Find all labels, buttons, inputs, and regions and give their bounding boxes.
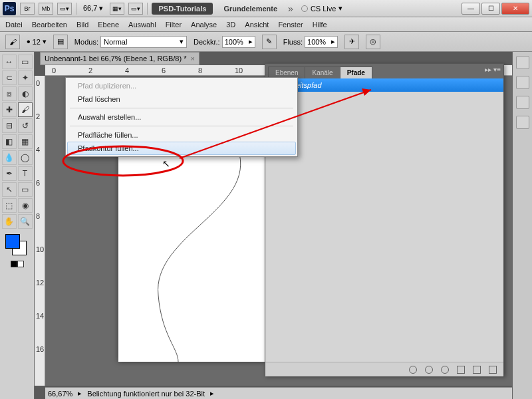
workspace-tab-grund[interactable]: Grundelemente	[217, 3, 284, 15]
selection-to-path-icon[interactable]	[457, 366, 465, 374]
fill-path-icon[interactable]	[409, 366, 417, 374]
default-colors-icon[interactable]	[11, 261, 24, 270]
swatches-panel-icon[interactable]	[516, 56, 529, 69]
mode-label: Modus:	[74, 38, 98, 46]
lasso-tool[interactable]: ⊂	[2, 70, 17, 85]
menu-hilfe[interactable]: Hilfe	[313, 21, 327, 29]
toolbox: ↔ ▭ ⊂ ✦ ⧈ ◐ ✚ 🖌 ⊟ ↺ ◧ ▦ 💧 ◯ ✒ T ↖ ▭ ⬚ ◉ …	[0, 52, 35, 399]
ctx-pfad-loeschen[interactable]: Pfad löschen	[67, 92, 296, 106]
3d-camera-tool[interactable]: ◉	[18, 198, 33, 213]
zoom-value[interactable]: 66,7 ▾	[80, 4, 106, 13]
shape-tool[interactable]: ▭	[18, 182, 33, 197]
cs-live[interactable]: CS Live ▾	[297, 4, 347, 13]
current-tool-icon[interactable]: 🖌	[5, 35, 20, 49]
brush-tool[interactable]: 🖌	[18, 102, 33, 117]
tablet-pressure-icon[interactable]: ◎	[366, 35, 380, 49]
dodge-tool[interactable]: ◯	[18, 150, 33, 165]
delete-path-icon[interactable]	[489, 366, 497, 374]
paths-panel: Ebenen Kanäle Pfade ▸▸ ▾≡ eitspfad	[265, 63, 504, 376]
type-tool[interactable]: T	[18, 166, 33, 181]
pen-tool[interactable]: ✒	[2, 166, 17, 181]
menu-auswahl[interactable]: Auswahl	[128, 21, 156, 29]
eraser-tool[interactable]: ◧	[2, 134, 17, 149]
path-to-selection-icon[interactable]	[441, 366, 449, 374]
flow-input[interactable]: 100%▸	[305, 36, 338, 48]
opacity-pressure-icon[interactable]: ✎	[262, 35, 277, 49]
stroke-path-icon[interactable]	[425, 366, 433, 374]
foreground-color[interactable]	[5, 234, 20, 249]
ctx-pfadkontur-fuellen[interactable]: Pfadkontur füllen...	[67, 142, 296, 155]
workspace-more-icon[interactable]: »	[288, 3, 293, 14]
bridge-icon[interactable]: Br	[20, 3, 35, 15]
paths-list[interactable]: eitspfad	[265, 78, 503, 362]
adjustments-panel-icon[interactable]	[516, 96, 529, 109]
hand-tool[interactable]: ✋	[2, 214, 17, 229]
options-bar: 🖌 •12 ▾ ▤ Modus: Normal▾ Deckkr.: 100%▸ …	[0, 32, 532, 52]
status-message: Belichtung funktioniert nur bei 32-Bit	[87, 390, 205, 398]
panel-menu-icon[interactable]: ▸▸ ▾≡	[485, 66, 501, 73]
ctx-auswahl-erstellen[interactable]: Auswahl erstellen...	[67, 110, 296, 124]
gradient-tool[interactable]: ▦	[18, 134, 33, 149]
paths-panel-footer	[265, 362, 503, 376]
menu-ansicht[interactable]: Ansicht	[245, 21, 269, 29]
menu-analyse[interactable]: Analyse	[191, 21, 217, 29]
ctx-pfadflaeche-fuellen[interactable]: Pfadfläche füllen...	[67, 128, 296, 142]
color-swatches[interactable]	[5, 234, 29, 258]
menu-filter[interactable]: Filter	[166, 21, 182, 29]
titlebar: Ps Br Mb ▭▾ 66,7 ▾ ▦▾ ▭▾ PSD-Tutorials G…	[0, 0, 532, 17]
tab-pfade[interactable]: Pfade	[340, 66, 372, 78]
crop-tool[interactable]: ⧈	[2, 86, 17, 101]
mode-select[interactable]: Normal▾	[100, 36, 187, 48]
color-panel-icon[interactable]	[516, 76, 529, 89]
close-button[interactable]: ✕	[501, 3, 529, 15]
brush-panel-icon[interactable]: ▤	[53, 35, 68, 49]
eyedropper-tool[interactable]: ◐	[18, 86, 33, 101]
view-extras-icon[interactable]: ▦▾	[110, 3, 124, 15]
menu-datei[interactable]: Datei	[5, 21, 23, 29]
tab-kanaele[interactable]: Kanäle	[305, 66, 340, 78]
zoom-tool[interactable]: 🔍	[18, 214, 33, 229]
marquee-tool[interactable]: ▭	[18, 55, 33, 69]
3d-tool[interactable]: ⬚	[2, 198, 17, 213]
path-select-tool[interactable]: ↖	[2, 182, 17, 197]
status-bar: 66,67% ▸ Belichtung funktioniert nur bei…	[45, 387, 512, 399]
history-brush-tool[interactable]: ↺	[18, 118, 33, 133]
move-tool[interactable]: ↔	[2, 55, 17, 69]
menu-bild[interactable]: Bild	[76, 21, 88, 29]
minimize-button[interactable]: —	[462, 3, 480, 15]
wand-tool[interactable]: ✦	[18, 70, 33, 85]
screen-mode-icon[interactable]: ▭▾	[57, 3, 72, 15]
menu-ebene[interactable]: Ebene	[98, 21, 119, 29]
panel-strip	[512, 52, 532, 399]
new-path-icon[interactable]	[473, 366, 481, 374]
menu-bearbeiten[interactable]: Bearbeiten	[32, 21, 67, 29]
opacity-label: Deckkr.:	[194, 38, 220, 46]
menubar: Datei Bearbeiten Bild Ebene Auswahl Filt…	[0, 17, 532, 32]
opacity-input[interactable]: 100%▸	[222, 36, 255, 48]
blur-tool[interactable]: 💧	[2, 150, 17, 165]
maximize-button[interactable]: ☐	[481, 3, 500, 15]
status-zoom[interactable]: 66,67%	[48, 390, 72, 398]
ruler-vertical: 0246810121416	[35, 76, 45, 386]
work-path	[138, 149, 258, 362]
menu-3d[interactable]: 3D	[226, 21, 235, 29]
layers-panel-icon[interactable]	[516, 116, 529, 129]
arrange-docs-icon[interactable]: ▭▾	[128, 3, 143, 15]
brush-preset[interactable]: •12 ▾	[27, 36, 47, 48]
photoshop-icon: Ps	[3, 2, 16, 15]
stamp-tool[interactable]: ⊟	[2, 118, 17, 133]
menu-fenster[interactable]: Fenster	[278, 21, 303, 29]
cursor-icon: ↖	[162, 158, 170, 169]
workspace-tab-psd[interactable]: PSD-Tutorials	[152, 3, 213, 15]
path-row-arbeitspfad[interactable]: eitspfad	[265, 78, 503, 92]
airbrush-icon[interactable]: ✈	[344, 35, 359, 49]
ctx-pfad-duplizieren: Pfad duplizieren...	[67, 79, 296, 92]
heal-tool[interactable]: ✚	[2, 102, 17, 117]
path-name: eitspfad	[296, 81, 322, 89]
document-tab[interactable]: Unbenannt-1 bei 66,7% (Ebene 1, RGB/8) *…	[40, 52, 200, 65]
close-tab-icon[interactable]: ×	[190, 55, 194, 63]
context-menu: Pfad duplizieren... Pfad löschen Auswahl…	[65, 77, 298, 157]
minibridge-icon[interactable]: Mb	[39, 3, 53, 15]
flow-label: Fluss:	[283, 38, 303, 46]
